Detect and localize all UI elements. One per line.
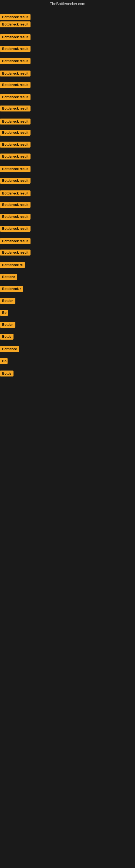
bottleneck-badge[interactable]: Bottleneck r — [0, 286, 23, 292]
result-row: Bottleneck result — [0, 22, 135, 29]
bottleneck-badge[interactable]: Bo — [0, 310, 8, 316]
result-row: Bottleneck result — [0, 34, 135, 41]
result-row: Bottlenec — [0, 346, 135, 353]
result-row: Bottleneck result — [0, 214, 135, 221]
result-row: Bottle — [0, 371, 135, 378]
result-row: Bottleneck result — [0, 154, 135, 161]
bottleneck-badge[interactable]: Bottleneck result — [0, 105, 31, 112]
bottleneck-badge[interactable]: Bottleneck result — [0, 190, 31, 196]
site-title-container: TheBottlenecker.com — [0, 0, 135, 7]
bottleneck-badge[interactable]: Bottleneck result — [0, 119, 31, 124]
bottleneck-badge[interactable]: Bottleneck result — [0, 22, 31, 27]
bottleneck-badge[interactable]: Bottleneck result — [0, 238, 31, 244]
bottleneck-badge[interactable]: Bottleneck result — [0, 130, 31, 135]
bottleneck-badge[interactable]: Bottleneck result — [0, 14, 31, 20]
result-row: Bo — [0, 358, 135, 365]
result-row: Bottle — [0, 334, 135, 341]
bottleneck-badge[interactable]: Bottlenec — [0, 346, 19, 352]
result-row: Bottleneck result — [0, 94, 135, 101]
bottleneck-badge[interactable]: Bottleneck result — [0, 178, 31, 184]
bottleneck-badge[interactable]: Bottle — [0, 371, 13, 376]
result-row: Bo — [0, 310, 135, 317]
result-row: Bottleneck re — [0, 262, 135, 269]
results-container: Bottleneck resultBottleneck resultBottle… — [0, 7, 135, 867]
result-row: Bottleneck result — [0, 202, 135, 209]
result-row: Bottleneck result — [0, 82, 135, 89]
result-row: Bottleneck result — [0, 130, 135, 137]
result-row: Bottleneck result — [0, 166, 135, 173]
bottleneck-badge[interactable]: Bottlene — [0, 274, 17, 280]
result-row: Bottleneck result — [0, 238, 135, 245]
result-row: Bottleneck result — [0, 46, 135, 53]
bottleneck-badge[interactable]: Bottlen — [0, 298, 15, 304]
result-row: Bottleneck result — [0, 142, 135, 149]
result-row: Bottleneck result — [0, 105, 135, 113]
bottleneck-badge[interactable]: Bottleneck result — [0, 70, 31, 76]
result-row: Bottleneck result — [0, 250, 135, 257]
bottleneck-badge[interactable]: Bottleneck result — [0, 94, 31, 100]
bottleneck-badge[interactable]: Bottleneck result — [0, 46, 31, 52]
result-row: Bottleneck r — [0, 286, 135, 293]
bottleneck-badge[interactable]: Bo — [0, 358, 8, 364]
result-row: Bottlen — [0, 322, 135, 329]
bottleneck-badge[interactable]: Bottleneck re — [0, 262, 25, 268]
result-row: Bottleneck result — [0, 119, 135, 126]
bottleneck-badge[interactable]: Bottleneck result — [0, 58, 31, 64]
bottleneck-badge[interactable]: Bottle — [0, 334, 13, 340]
result-row: Bottleneck result — [0, 190, 135, 197]
site-title: TheBottlenecker.com — [50, 0, 85, 8]
result-row: Bottleneck result — [0, 178, 135, 185]
bottleneck-badge[interactable]: Bottleneck result — [0, 154, 31, 159]
bottleneck-badge[interactable]: Bottleneck result — [0, 166, 31, 172]
bottleneck-badge[interactable]: Bottleneck result — [0, 226, 31, 231]
result-row: Bottleneck result — [0, 14, 135, 21]
bottleneck-badge[interactable]: Bottleneck result — [0, 82, 31, 88]
bottleneck-badge[interactable]: Bottleneck result — [0, 142, 31, 148]
result-row: Bottleneck result — [0, 58, 135, 65]
bottleneck-badge[interactable]: Bottleneck result — [0, 214, 31, 220]
bottleneck-badge[interactable]: Bottlen — [0, 322, 15, 328]
result-row: Bottleneck result — [0, 70, 135, 78]
result-row: Bottlene — [0, 274, 135, 281]
result-row: Bottlen — [0, 298, 135, 305]
bottleneck-badge[interactable]: Bottleneck result — [0, 250, 31, 255]
result-row: Bottleneck result — [0, 226, 135, 233]
bottleneck-badge[interactable]: Bottleneck result — [0, 34, 31, 40]
bottleneck-badge[interactable]: Bottleneck result — [0, 202, 31, 208]
